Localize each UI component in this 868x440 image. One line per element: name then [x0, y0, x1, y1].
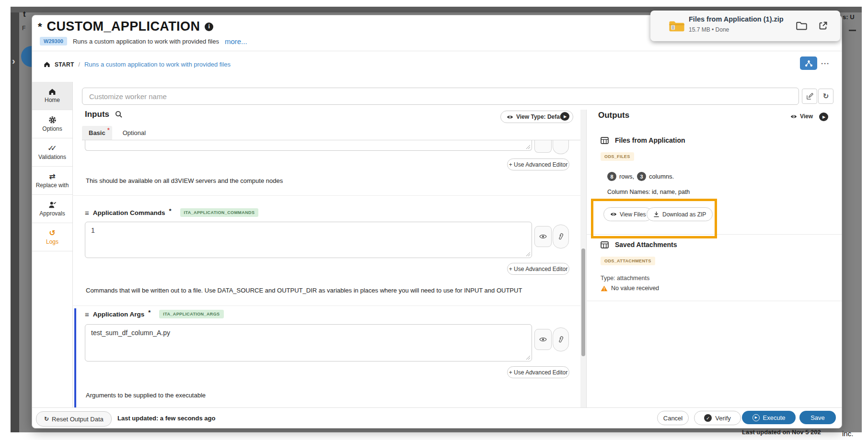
eye-icon	[610, 212, 617, 217]
more-menu-button[interactable]: ···	[821, 59, 830, 68]
more-link[interactable]: more...	[225, 37, 247, 45]
field-list-icon: ≡	[85, 310, 89, 318]
refresh-button[interactable]: ↻	[818, 89, 833, 104]
scrollbar-track[interactable]	[580, 110, 586, 407]
args-textarea[interactable]: test_sum_df_column_A.py	[85, 325, 532, 361]
columns-count-chip: 3	[637, 172, 646, 181]
sidebar-item-label: Approvals	[39, 210, 65, 217]
sidebar-item-home[interactable]: Home	[32, 82, 72, 110]
open-external-icon[interactable]	[818, 21, 828, 31]
eye-icon	[539, 234, 547, 239]
scrolled-field-textarea[interactable]	[85, 140, 532, 151]
verify-label: Verify	[715, 415, 731, 422]
args-variable-badge: ITA_APPLICATION_ARGS	[159, 310, 223, 318]
required-asterisk: *	[107, 127, 110, 134]
advanced-editor-button[interactable]: + Use Advanced Editor	[507, 158, 569, 170]
info-icon[interactable]: i	[205, 23, 213, 31]
attach-button[interactable]	[553, 140, 569, 154]
cancel-label: Cancel	[663, 415, 683, 422]
attach-button[interactable]	[553, 225, 569, 248]
sidebar-item-validations[interactable]: ✓✓ Validations	[32, 138, 72, 167]
header-subrow: W29300 Runs a custom application to work…	[40, 37, 247, 45]
eye-icon	[507, 114, 513, 120]
last-updated-text: Last updated: a few seconds ago	[117, 415, 215, 422]
view-files-label: View Files	[620, 211, 646, 218]
warning-icon	[601, 285, 608, 292]
download-zip-button[interactable]: Download as ZIP	[647, 207, 713, 221]
resize-handle-icon[interactable]	[526, 145, 531, 149]
outputs-view-button[interactable]: View	[790, 113, 813, 120]
attach-button[interactable]	[553, 327, 569, 351]
sidebar-item-replace-with[interactable]: ⇄ Replace with	[32, 167, 72, 195]
worker-dialog: * CUSTOM_APPLICATION i W29300 Runs a cus…	[32, 15, 842, 429]
run-view-type-button[interactable]: ▶	[560, 112, 569, 121]
reset-output-button[interactable]: ↻ Reset Output Data	[36, 411, 112, 427]
left-sidebar: Home Options ✓✓ Validations ⇄ Replace wi…	[32, 82, 73, 407]
verify-button[interactable]: ✓ Verify	[694, 411, 741, 425]
sidebar-item-approvals[interactable]: Approvals	[32, 195, 72, 223]
field-list-icon: ≡	[85, 209, 89, 217]
tab-optional[interactable]: Optional	[116, 126, 152, 140]
commands-label-row: ≡ Application Commands * ITA_APPLICATION…	[85, 208, 258, 217]
rows-columns-line: 8 rows, 3 columns.	[607, 172, 674, 181]
unsaved-indicator: *	[38, 21, 42, 33]
worker-description: Runs a custom application to work with p…	[73, 38, 219, 45]
paperclip-icon	[557, 336, 564, 343]
advanced-editor-button[interactable]: + Use Advanced Editor	[507, 366, 569, 378]
section-divider	[72, 305, 580, 306]
header-divider	[32, 51, 842, 51]
breadcrumb-current-link[interactable]: Runs a custom application to work with p…	[84, 61, 231, 68]
gear-icon	[48, 116, 57, 124]
preview-button[interactable]	[534, 226, 552, 247]
swap-icon: ⇄	[49, 173, 55, 181]
ods-files-badge: ODS_FILES	[601, 152, 634, 161]
columns-word: columns.	[649, 173, 674, 180]
worker-name-input[interactable]	[82, 88, 799, 105]
cancel-button[interactable]: Cancel	[657, 411, 689, 425]
run-outputs-view-button[interactable]: ▶	[819, 113, 828, 121]
download-filename[interactable]: Files from Application (1).zip	[689, 15, 784, 23]
save-button[interactable]: Save	[799, 411, 836, 424]
sidebar-item-logs[interactable]: ↺ Logs	[32, 223, 72, 251]
sidebar-item-label: Options	[42, 125, 62, 132]
preview-button[interactable]	[534, 329, 552, 350]
sidebar-item-label: Replace with	[36, 182, 69, 189]
play-icon: ▶	[822, 115, 825, 119]
edit-button[interactable]	[802, 89, 817, 104]
inputs-heading-row: Inputs	[85, 110, 123, 119]
view-files-button[interactable]: View Files	[603, 207, 652, 221]
saved-attachments-title: Saved Attachments	[615, 241, 677, 248]
args-help-text: Arguments to be supplied to the executab…	[86, 392, 206, 399]
commands-help-text: Commands that will be written out to a f…	[86, 287, 570, 294]
saved-attachments-title-row: Saved Attachments	[601, 241, 677, 248]
advanced-editor-label: + Use Advanced Editor	[509, 266, 567, 272]
eye-icon	[539, 337, 547, 342]
download-icon	[653, 211, 660, 217]
show-in-folder-icon[interactable]	[796, 21, 808, 31]
rows-word: rows,	[619, 173, 634, 180]
field-help-text: This should be available on all d3VIEW s…	[86, 177, 283, 184]
collapse-chevron-icon[interactable]: ›	[12, 56, 15, 67]
focused-section-indicator	[74, 308, 76, 407]
bottom-strip	[0, 432, 868, 440]
table-icon	[601, 137, 609, 144]
advanced-editor-label: + Use Advanced Editor	[509, 369, 567, 376]
download-zip-label: Download as ZIP	[662, 211, 706, 218]
sidebar-item-label: Validations	[38, 154, 66, 160]
preview-button[interactable]	[534, 140, 552, 153]
advanced-editor-button[interactable]: + Use Advanced Editor	[507, 263, 569, 275]
commands-textarea[interactable]: 1	[85, 222, 532, 258]
scrollbar-thumb[interactable]	[581, 248, 585, 356]
tab-basic[interactable]: Basic *	[82, 126, 112, 140]
breadcrumb-start[interactable]: START	[55, 61, 74, 68]
rows-count-chip: 8	[607, 172, 616, 181]
search-icon[interactable]	[115, 111, 123, 118]
args-label: Application Args	[93, 311, 145, 318]
attachments-warning-row: No value received	[601, 285, 659, 292]
background-text-fragment: Last updated on Nov 5 202	[742, 429, 821, 436]
sidebar-item-options[interactable]: Options	[32, 110, 72, 138]
download-toast[interactable]: Files from Application (1).zip 15.7 MB •…	[650, 11, 840, 41]
workflow-button[interactable]	[800, 56, 817, 70]
paperclip-icon	[557, 233, 564, 240]
execute-button[interactable]: ▶ Execute	[742, 411, 796, 424]
